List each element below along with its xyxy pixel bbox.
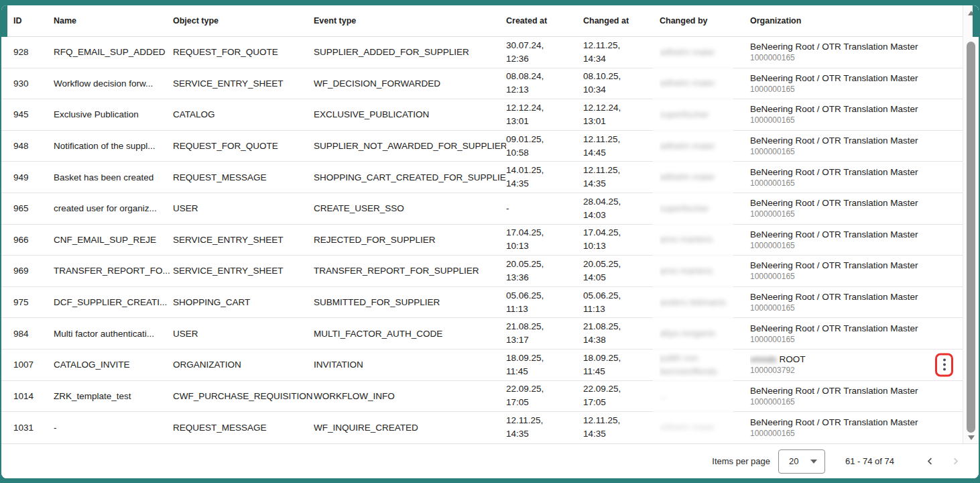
cell-created-at: 18.09.25,11:45: [506, 352, 583, 378]
cell-object-type: SERVICE_ENTRY_SHEET: [173, 233, 314, 246]
table-row[interactable]: 928 RFQ_EMAIL_SUP_ADDED REQUEST_FOR_QUOT…: [1, 37, 963, 68]
cell-id: 966: [1, 233, 54, 246]
cell-changed-at: 28.04.25,14:03: [583, 195, 660, 222]
cell-object-type: SERVICE_ENTRY_SHEET: [173, 77, 314, 90]
table-row[interactable]: 949 Basket has been created REQUEST_MESS…: [1, 162, 963, 193]
table-row[interactable]: 1031 - REQUEST_MESSAGE WF_INQUIRE_CREATE…: [1, 412, 963, 443]
table-row[interactable]: 969 TRANSFER_REPORT_FO... SERVICE_ENTRY_…: [1, 256, 963, 287]
cell-changed-by-redacted: wilhelm maier: [660, 170, 750, 184]
kebab-dot: [943, 364, 946, 366]
cell-organization: BeNeering Root / OTR Translation Master1…: [750, 417, 963, 439]
table-row[interactable]: 965 created user for organiz... USER CRE…: [1, 193, 963, 225]
cell-changed-at: 12.11.25,14:45: [583, 133, 660, 160]
page-size-value: 20: [789, 456, 798, 466]
cell-object-type: CWF_PURCHASE_REQUISITION: [173, 390, 314, 402]
scroll-down-button[interactable]: [963, 433, 979, 442]
cell-created-at: 08.08.24,12:13: [506, 70, 583, 97]
table-row[interactable]: 948 Notification of the suppl... REQUEST…: [1, 131, 963, 162]
cell-id: 949: [1, 171, 54, 184]
cell-changed-at: 12.11.25,14:35: [583, 414, 660, 441]
cell-organization: BeNeering Root / OTR Translation Master1…: [750, 41, 963, 63]
cell-changed-at: 22.09.25,17:05: [583, 382, 660, 409]
cell-event-type: SUPPLIER_ADDED_FOR_SUPPLIER: [314, 46, 506, 58]
column-header-event-type: Event type: [314, 16, 506, 25]
cell-organization: BeNeering Root / OTR Translation Master1…: [750, 229, 963, 251]
cell-changed-at: 12.11.25,14:35: [583, 164, 660, 191]
cell-id: 1014: [1, 390, 54, 402]
vertical-scrollbar[interactable]: [963, 5, 979, 443]
cell-changed-by-redacted: aliya norganis: [660, 327, 750, 340]
cell-organization: BeNeering Root / OTR Translation Master1…: [750, 291, 963, 313]
app-window: IDNameObject typeEvent typeCreated atCha…: [0, 0, 980, 483]
scrollbar-thumb[interactable]: [967, 42, 975, 433]
cell-created-at: 22.09.25,17:05: [506, 382, 583, 409]
cell-id: 969: [1, 264, 54, 277]
table-row[interactable]: 1014 ZRK_template_test CWF_PURCHASE_REQU…: [1, 381, 963, 413]
cell-event-type: WF_DECISION_FORWARDED: [314, 77, 506, 90]
cell-id: 975: [1, 296, 54, 309]
table-body: 928 RFQ_EMAIL_SUP_ADDED REQUEST_FOR_QUOT…: [1, 37, 963, 443]
table-row[interactable]: 930 Workflow decision forw... SERVICE_EN…: [1, 68, 963, 100]
table-row[interactable]: 1007 CATALOG_INVITE ORGANIZATION INVITAT…: [1, 350, 963, 381]
kebab-dot: [943, 359, 946, 362]
cell-changed-at: 08.10.25,10:34: [583, 70, 660, 97]
cell-object-type: CATALOG: [173, 108, 314, 121]
cell-id: 984: [1, 327, 54, 340]
cell-event-type: WF_INQUIRE_CREATED: [314, 421, 506, 434]
cell-object-type: USER: [173, 202, 314, 215]
cell-event-type: MULTI_FACTOR_AUTH_CODE: [314, 327, 506, 340]
cell-object-type: REQUEST_FOR_QUOTE: [173, 140, 314, 152]
cell-name: Notification of the suppl...: [54, 140, 173, 152]
cell-name: ZRK_template_test: [54, 390, 173, 402]
cell-object-type: USER: [173, 327, 314, 340]
cell-event-type: REJECTED_FOR_SUPPLIER: [314, 233, 506, 246]
cell-event-type: INVITATION: [314, 358, 506, 371]
cell-event-type: SHOPPING_CART_CREATED_FOR_SUPPLIER: [314, 171, 506, 184]
table-row[interactable]: 966 CNF_EMAIL_SUP_REJE SERVICE_ENTRY_SHE…: [1, 225, 963, 256]
table-card: IDNameObject typeEvent typeCreated atCha…: [1, 5, 979, 478]
cell-name: RFQ_EMAIL_SUP_ADDED: [54, 46, 173, 58]
column-header-created-at: Created at: [506, 16, 583, 25]
chevron-left-icon: [925, 456, 935, 466]
cell-id: 948: [1, 140, 54, 152]
cell-created-at: 12.11.25,14:35: [506, 414, 583, 441]
cell-created-at: 30.07.24,12:36: [506, 39, 583, 66]
table-row[interactable]: 945 Exclusive Publication CATALOG EXCLUS…: [1, 99, 963, 131]
organization-id: 1000000165: [750, 147, 956, 157]
organization-id: 1000000165: [750, 241, 956, 251]
cell-changed-by-redacted: arno martens: [660, 233, 750, 246]
cell-changed-by-redacted: judith vonbernstorffends: [660, 352, 750, 378]
column-header-object-type: Object type: [173, 16, 314, 25]
cell-created-at: 14.01.25,14:35: [506, 164, 583, 191]
cell-organization: BeNeering Root / OTR Translation Master1…: [750, 72, 963, 95]
kebab-dot: [943, 368, 946, 371]
table-row[interactable]: 975 DCF_SUPPLIER_CREATI... SHOPPING_CART…: [1, 287, 963, 319]
cell-event-type: SUPPLIER_NOT_AWARDED_FOR_SUPPLIER: [314, 140, 506, 152]
cell-changed-at: 18.09.25,11:45: [583, 352, 660, 378]
cell-changed-by-redacted: ...: [660, 389, 750, 402]
dropdown-caret-icon: [810, 460, 817, 464]
previous-page-button[interactable]: [917, 449, 942, 474]
cell-created-at: 12.12.24,13:01: [506, 101, 583, 128]
column-header-organization: Organization: [750, 16, 963, 25]
cell-name: DCF_SUPPLIER_CREATI...: [54, 296, 173, 309]
column-header-name: Name: [54, 16, 173, 25]
cell-event-type: EXCLUSIVE_PUBLICATION: [314, 108, 506, 121]
page-size-select[interactable]: 20: [778, 449, 825, 474]
table-row[interactable]: 984 Multi factor authenticati... USER MU…: [1, 318, 963, 350]
row-actions-kebab-button[interactable]: [935, 353, 953, 376]
cell-event-type: CREATE_USER_SSO: [314, 202, 506, 215]
cell-name: Exclusive Publication: [54, 108, 173, 121]
cell-organization: vmnds ROOT1000003792: [750, 354, 963, 376]
cell-changed-at: 05.06.25,11:13: [583, 289, 660, 316]
organization-id: 1000000165: [750, 178, 956, 189]
next-page-button[interactable]: [942, 449, 968, 474]
cell-organization: BeNeering Root / OTR Translation Master1…: [750, 197, 963, 219]
cell-name: -: [54, 421, 173, 434]
cell-object-type: SERVICE_ENTRY_SHEET: [173, 264, 314, 277]
cell-created-at: 05.06.25,11:13: [506, 289, 583, 316]
cell-changed-at: 12.12.24,13:01: [583, 101, 660, 128]
column-header-changed-by: Changed by: [660, 16, 750, 25]
column-header-changed-at: Changed at: [583, 16, 660, 25]
frame-corner-left: [1, 5, 7, 37]
